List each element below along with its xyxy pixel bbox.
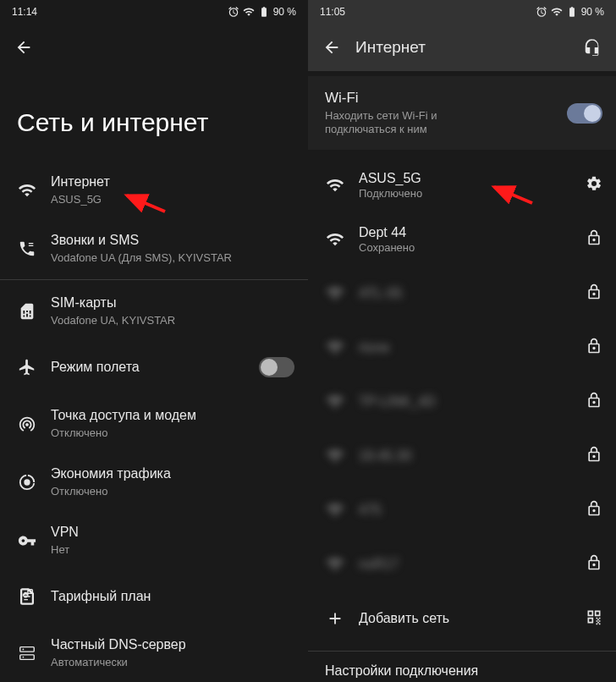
network-row[interactable]: noR17 [308, 537, 616, 591]
row-hotspot-title: Точка доступа и модем [51, 406, 294, 425]
row-calls-title: Звонки и SMS [51, 231, 294, 250]
appbar-title: Интернет [355, 38, 575, 57]
airplane-icon [18, 358, 36, 377]
app-bar: Интернет [308, 24, 616, 71]
row-hotspot-subtitle: Отключено [51, 426, 294, 441]
vpn-icon [18, 531, 36, 550]
divider [0, 279, 308, 280]
screen-network-settings: 11:14 90 % Сеть и интернет Интернет ASUS… [0, 0, 308, 682]
hotspot-icon [18, 415, 36, 433]
row-add-network[interactable]: Добавить сеть [308, 591, 616, 646]
status-bar: 11:14 90 % [0, 0, 308, 24]
network-name: 19.45.30 [359, 448, 586, 464]
wifi-icon [326, 501, 344, 520]
network-name: TP-LINK_4D [359, 394, 586, 410]
battery-icon [258, 6, 270, 18]
row-sim-subtitle: Vodafone UA, KYIVSTAR [51, 313, 294, 328]
alarm-icon [228, 6, 239, 18]
network-name: Dept 44 [359, 225, 586, 240]
phone-icon [18, 239, 36, 258]
row-internet-title: Интернет [51, 173, 294, 191]
row-dns[interactable]: Частный DNS-сервер Автоматически [0, 624, 308, 682]
row-plan[interactable]: Тарифный план [0, 569, 308, 624]
wifi-section-header[interactable]: Wi-Fi Находить сети Wi-Fi и подключаться… [308, 76, 616, 150]
lock-icon [586, 554, 602, 571]
network-row-connected[interactable]: ASUS_5G Подключено [308, 158, 616, 212]
network-row-saved[interactable]: Dept 44 Сохранено [308, 212, 616, 267]
lock-icon [586, 229, 602, 246]
footer-title: Настройки подключения [325, 663, 599, 679]
row-airplane-title: Режим полета [51, 358, 252, 377]
row-plan-title: Тарифный план [51, 587, 294, 606]
wifi-icon [326, 393, 344, 411]
app-bar [0, 24, 308, 71]
back-arrow-icon [14, 38, 33, 57]
wifi-icon [326, 555, 344, 574]
network-name: ATL-05 [359, 286, 586, 301]
back-arrow-icon [322, 38, 341, 57]
row-internet[interactable]: Интернет ASUS_5G [0, 161, 308, 219]
row-datasaver-subtitle: Отключено [51, 484, 294, 499]
network-name: ASUS_5G [359, 171, 586, 186]
help-button[interactable] [575, 30, 609, 64]
network-row[interactable]: rtone [308, 321, 616, 375]
row-sim-title: SIM-карты [51, 294, 294, 312]
wifi-status-icon [243, 6, 255, 18]
battery-icon [566, 6, 578, 18]
back-button[interactable] [315, 30, 349, 64]
row-dns-subtitle: Автоматически [51, 655, 294, 670]
headset-icon [583, 38, 602, 57]
screen-internet-detail: 11:05 90 % Интернет Wi-Fi Находить сети … [308, 0, 616, 682]
row-calls-subtitle: Vodafone UA (Для SMS), KYIVSTAR [51, 250, 294, 266]
wifi-icon [326, 447, 344, 465]
wifi-icon [326, 176, 344, 195]
status-time: 11:14 [12, 6, 37, 18]
row-vpn[interactable]: VPN Нет [0, 511, 308, 569]
plan-icon [18, 587, 36, 606]
row-dns-title: Частный DNS-сервер [51, 635, 294, 654]
network-row[interactable]: 475 [308, 483, 616, 537]
datasaver-icon [18, 473, 36, 492]
row-internet-subtitle: ASUS_5G [51, 192, 294, 207]
network-status: Подключено [359, 187, 586, 200]
wifi-icon [326, 284, 344, 303]
wifi-icon [18, 181, 36, 200]
wifi-switch[interactable] [567, 103, 602, 124]
wifi-section-title: Wi-Fi [325, 90, 567, 107]
back-button[interactable] [7, 30, 41, 64]
lock-icon [586, 392, 602, 409]
row-calls-sms[interactable]: Звонки и SMS Vodafone UA (Для SMS), KYIV… [0, 219, 308, 278]
lock-icon [586, 283, 602, 300]
row-sim[interactable]: SIM-карты Vodafone UA, KYIVSTAR [0, 282, 308, 340]
dns-icon [18, 644, 36, 663]
network-row[interactable]: ATL-05 [308, 267, 616, 321]
network-name: 475 [359, 503, 586, 518]
row-datasaver[interactable]: Экономия трафика Отключено [0, 453, 308, 511]
row-vpn-subtitle: Нет [51, 542, 294, 558]
network-status: Сохранено [359, 241, 586, 254]
network-settings-button[interactable] [586, 175, 602, 195]
row-hotspot[interactable]: Точка доступа и модем Отключено [0, 394, 308, 453]
network-row[interactable]: 19.45.30 [308, 429, 616, 483]
row-airplane[interactable]: Режим полета [0, 340, 308, 394]
wifi-status-icon [551, 6, 563, 18]
airplane-switch[interactable] [259, 357, 294, 377]
lock-icon [586, 338, 602, 355]
status-bar: 11:05 90 % [308, 0, 616, 24]
network-name: noR17 [359, 557, 586, 572]
lock-icon [586, 500, 602, 517]
network-name: rtone [359, 340, 586, 355]
add-network-label: Добавить сеть [359, 611, 586, 626]
sim-icon [18, 302, 36, 321]
lock-icon [586, 446, 602, 463]
wifi-section-subtitle: Находить сети Wi-Fi и подключаться к ним [325, 109, 511, 136]
wifi-icon [326, 230, 344, 249]
status-battery: 90 % [273, 6, 296, 18]
alarm-icon [536, 6, 547, 18]
row-connection-settings[interactable]: Настройки подключения Wi-Fi не включаетс… [308, 652, 616, 682]
row-datasaver-title: Экономия трафика [51, 465, 294, 483]
network-row[interactable]: TP-LINK_4D [308, 375, 616, 429]
status-time: 11:05 [320, 6, 345, 18]
plus-icon [326, 609, 344, 628]
scan-qr-button[interactable] [586, 608, 602, 629]
